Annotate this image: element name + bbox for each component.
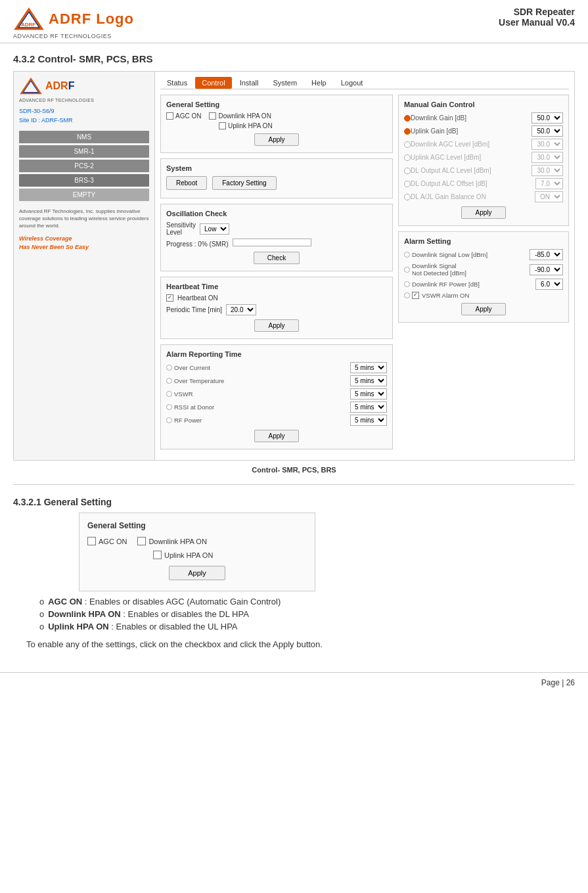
sidebar-item-smr[interactable]: SMR-1	[19, 145, 149, 158]
downlink-hpa-checkbox[interactable]: Downlink HPA ON	[209, 112, 271, 120]
alarm-report-select-3[interactable]: 5 mins	[350, 401, 387, 413]
nav-control[interactable]: Control	[195, 77, 231, 89]
sidebar-item-empty[interactable]: EMPTY	[19, 189, 149, 201]
subsection-heading: 4.3.2.1 General Setting	[13, 497, 575, 507]
downlink-hpa-cb-icon	[209, 112, 216, 120]
agc-on-label: AGC ON	[175, 112, 201, 120]
alarm-report-select-0[interactable]: 5 mins	[350, 362, 387, 373]
alarm-setting-select-1[interactable]: -90.0	[530, 264, 563, 275]
sensitivity-select[interactable]: Low	[200, 223, 229, 235]
nav-system[interactable]: System	[266, 77, 304, 89]
sidebar-item-pcs[interactable]: PCS-2	[19, 160, 149, 172]
alarm-reporting-apply-button[interactable]: Apply	[254, 430, 298, 442]
reboot-button[interactable]: Reboot	[166, 176, 207, 190]
alarm-setting-select-2[interactable]: 6.0	[535, 279, 563, 290]
uplink-hpa-label: Uplink HPA ON	[228, 122, 273, 129]
sidebar-device-info: SDR-30-S6/9 Site ID : ADRF-SMR	[19, 106, 149, 126]
periodic-label: Periodic Time [min]	[166, 306, 222, 313]
gen-zoom-row-1: AGC ON Downlink HPA ON	[87, 537, 307, 545]
gain-select-6[interactable]: ON	[535, 191, 563, 202]
sidebar-slogan: Wireless Coverage Has Never Been So Easy	[19, 235, 149, 251]
gain-select-3[interactable]: 30.0	[531, 152, 563, 163]
gain-radio-1[interactable]	[404, 128, 411, 135]
gain-radio-5[interactable]	[404, 181, 411, 187]
periodic-select[interactable]: 20.0	[226, 304, 256, 315]
general-setting-title: General Setting	[166, 101, 387, 108]
vswr-alarm-cb[interactable]	[412, 292, 419, 299]
left-col: General Setting AGC ON Downlink HPA ON	[160, 95, 393, 455]
nav-status[interactable]: Status	[160, 77, 194, 89]
gain-select-2[interactable]: 30.0	[531, 139, 563, 150]
heartbeat-panel: Heartbeat Time Heartbeat ON Periodic Tim…	[160, 277, 393, 339]
page-number: Page | 26	[0, 672, 588, 693]
alarm-reporting-title: Alarm Reporting Time	[166, 350, 387, 358]
heartbeat-cb-icon[interactable]	[166, 294, 173, 302]
alarm-radio-4	[166, 417, 172, 423]
gain-label-2: Downlink AGC Level [dBm]	[411, 141, 531, 148]
manual-gain-apply-button[interactable]: Apply	[461, 206, 505, 219]
gen-uplink-hpa-checkbox[interactable]: Uplink HPA ON	[153, 551, 213, 559]
gen-downlink-hpa-cb-icon	[137, 537, 146, 545]
nav-install[interactable]: Install	[233, 77, 265, 89]
nav-logout[interactable]: Logout	[334, 77, 370, 89]
bullet-bold-1: Downlink HPA ON	[48, 609, 121, 619]
alarm-setting-select-0[interactable]: -85.0	[530, 249, 563, 260]
bullet-text-1: Downlink HPA ON : Enables or disables th…	[48, 609, 249, 619]
alarm-report-label-4: RF Power	[174, 417, 350, 424]
alarm-report-select-2[interactable]: 5 mins	[350, 388, 387, 400]
svg-text:ADRF: ADRF	[21, 22, 35, 28]
sidebar: ADRF ADVANCED RF TECHNOLOGIES SDR-30-S6/…	[14, 72, 155, 460]
main-content: 4.3.2 Control- SMR, PCS, BRS ADRF ADVANC…	[0, 43, 588, 672]
uplink-hpa-checkbox[interactable]: Uplink HPA ON	[219, 122, 273, 129]
bullet-desc-2: : Enables or disabled the UL HPA	[111, 622, 237, 631]
gen-downlink-hpa-checkbox[interactable]: Downlink HPA ON	[137, 537, 206, 545]
alarm-radio-3	[166, 404, 172, 410]
alarm-setting-radio-2	[404, 281, 410, 287]
gain-select-0[interactable]: 50.0	[531, 112, 563, 124]
bullet-list: o AGC ON : Enables or disables AGC (Auto…	[39, 597, 575, 631]
sidebar-tagline: ADVANCED RF TECHNOLOGIES	[19, 98, 149, 103]
site-id: Site ID : ADRF-SMR	[19, 116, 149, 125]
gain-radio-2[interactable]	[404, 141, 411, 148]
agc-on-checkbox[interactable]: AGC ON	[166, 112, 201, 120]
general-setting-zoom: General Setting AGC ON Downlink HPA ON U…	[79, 513, 315, 591]
screenshot-caption: Control- SMR, PCS, BRS	[13, 466, 575, 474]
gain-radio-6[interactable]	[404, 194, 411, 200]
alarm-reporting-panel: Alarm Reporting Time Over Current 5 mins…	[160, 344, 393, 449]
heartbeat-apply-button[interactable]: Apply	[254, 319, 298, 332]
alarm-setting-apply-button[interactable]: Apply	[461, 303, 505, 315]
gain-radio-0[interactable]	[404, 115, 411, 122]
gain-select-5[interactable]: 7.0	[535, 178, 563, 189]
gen-agc-label: AGC ON	[99, 538, 127, 545]
alarm-report-row-0: Over Current 5 mins	[166, 362, 387, 373]
factory-setting-button[interactable]: Factory Setting	[212, 176, 276, 190]
alarm-setting-radio-3	[404, 292, 410, 298]
gain-radio-3[interactable]	[404, 154, 411, 161]
bullet-marker-0: o	[39, 597, 44, 607]
sidebar-item-nms[interactable]: NMS	[19, 131, 149, 143]
oscillation-title: Oscillation Check	[166, 210, 387, 218]
alarm-setting-row-0: Downlink Signal Low [dBm] -85.0	[404, 249, 563, 260]
gen-downlink-hpa-label: Downlink HPA ON	[148, 538, 206, 545]
oscillation-sensitivity-row: SensitivityLevel Low	[166, 221, 387, 236]
alarm-report-select-4[interactable]: 5 mins	[350, 415, 387, 426]
alarm-report-label-2: VSWR	[174, 390, 350, 398]
gen-zoom-apply-button[interactable]: Apply	[169, 566, 225, 580]
check-button[interactable]: Check	[254, 252, 300, 264]
bullet-item-0: o AGC ON : Enables or disables AGC (Auto…	[39, 597, 575, 607]
sidebar-company-text: Advanced RF Technologies, Inc. supplies …	[19, 208, 149, 230]
bullet-marker-2: o	[39, 622, 44, 631]
gen-agc-checkbox[interactable]: AGC ON	[87, 537, 127, 545]
nav-help[interactable]: Help	[305, 77, 333, 89]
alarm-radio-2	[166, 391, 172, 397]
gain-select-1[interactable]: 50.0	[531, 126, 563, 137]
alarm-report-select-1[interactable]: 5 mins	[350, 375, 387, 386]
general-apply-button[interactable]: Apply	[254, 133, 298, 146]
gain-label-0: Downlink Gain [dB]	[411, 114, 531, 122]
gain-select-4[interactable]: 30.0	[531, 165, 563, 176]
content-area: Status Control Install System Help Logou…	[155, 72, 574, 460]
manual-gain-panel: Manual Gain Control Downlink Gain [dB] 5…	[398, 95, 569, 226]
sidebar-item-brs[interactable]: BRS-3	[19, 174, 149, 187]
gain-row-6: DL A/JL Gain Balance ON ON	[404, 191, 563, 202]
gain-radio-4[interactable]	[404, 168, 411, 174]
